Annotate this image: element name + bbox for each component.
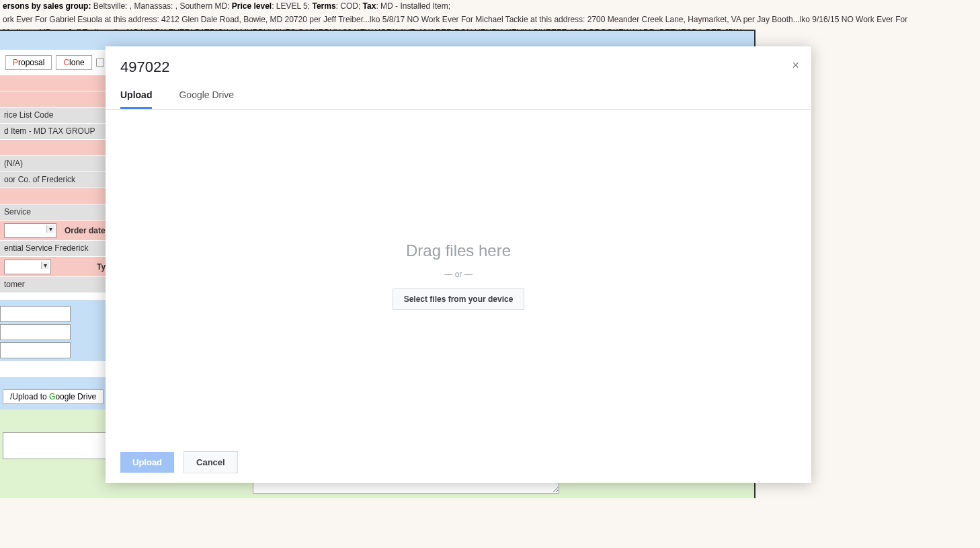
or-separator: — or —	[444, 270, 472, 279]
cancel-button[interactable]: Cancel	[183, 451, 238, 473]
select-files-button[interactable]: Select files from your device	[393, 288, 525, 310]
tab-upload[interactable]: Upload	[120, 89, 152, 109]
close-icon[interactable]: ×	[792, 58, 799, 73]
drop-zone[interactable]: Drag files here — or — Select files from…	[106, 110, 811, 442]
upload-modal: 497022 × Upload Google Drive Drag files …	[106, 46, 811, 483]
drag-files-text: Drag files here	[406, 241, 511, 260]
upload-button[interactable]: Upload	[120, 452, 174, 473]
modal-title: 497022	[120, 58, 797, 76]
tab-google-drive[interactable]: Google Drive	[179, 89, 234, 109]
